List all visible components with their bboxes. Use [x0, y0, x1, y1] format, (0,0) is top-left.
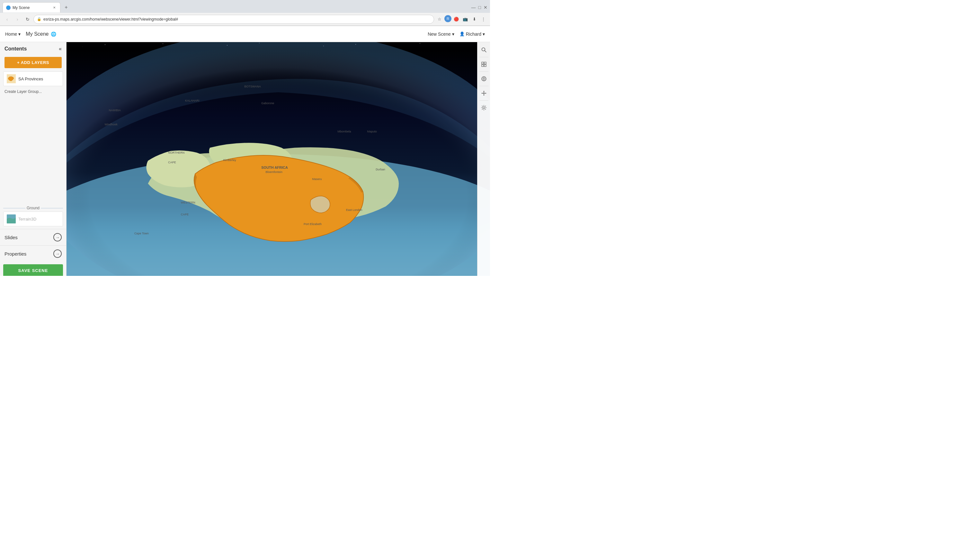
map-scene: NAMIBIA BOTSWANA Windhoek Gaborone KALAH… — [67, 42, 490, 276]
map-area[interactable]: NAMIBIA BOTSWANA Windhoek Gaborone KALAH… — [67, 42, 490, 276]
add-layers-button[interactable]: + ADD LAYERS — [5, 57, 62, 68]
user-dropdown-icon: ▾ — [483, 32, 485, 37]
properties-title: Properties — [5, 251, 26, 257]
scene-globe-icon: 🌐 — [51, 32, 56, 37]
app-header-left: Home ▾ My Scene 🌐 — [5, 31, 56, 37]
app-header-right: New Scene ▾ 👤 Richard ▾ — [428, 32, 485, 37]
terrain-name: Terrain3D — [18, 217, 36, 222]
extension-icon-3[interactable]: ⬇ — [470, 15, 479, 24]
user-menu-button[interactable]: 👤 Richard ▾ — [460, 32, 485, 37]
ground-line-right — [41, 208, 63, 208]
extension-icon-1[interactable]: 🔴 — [452, 15, 460, 24]
forward-button[interactable]: › — [13, 15, 22, 24]
search-toolbar-button[interactable] — [478, 44, 490, 56]
bookmark-icon[interactable]: ☆ — [435, 15, 444, 24]
home-label: Home — [5, 32, 17, 37]
right-toolbar — [477, 42, 490, 276]
home-dropdown-icon: ▾ — [18, 32, 21, 37]
browser-profile-icon[interactable]: R — [444, 15, 452, 22]
ground-label: Ground — [27, 206, 40, 210]
extension-icon-2[interactable]: 📺 — [461, 15, 469, 24]
scene-title: My Scene 🌐 — [26, 31, 56, 37]
navigate-toolbar-button[interactable] — [478, 88, 490, 99]
svg-rect-25 — [482, 62, 484, 64]
svg-rect-27 — [482, 65, 484, 67]
navigation-bar: ‹ › ↻ 🔒 esriza-ps.maps.arcgis.com/home/w… — [0, 13, 490, 26]
svg-point-22 — [67, 42, 490, 276]
menu-button[interactable]: ⋮ — [479, 15, 487, 24]
toolbar-divider-1 — [479, 57, 488, 57]
create-layer-group-link[interactable]: Create Layer Group... — [0, 88, 66, 96]
scene-title-text: My Scene — [26, 31, 49, 37]
tab-title: My Scene — [13, 5, 30, 10]
layers-toolbar-button[interactable] — [478, 59, 490, 70]
svg-marker-35 — [483, 95, 484, 96]
slides-arrow-icon: → — [56, 235, 60, 240]
terrain-thumbnail — [7, 214, 16, 223]
svg-rect-26 — [484, 62, 486, 64]
new-scene-dropdown-icon: ▾ — [452, 32, 454, 37]
slides-expand-button[interactable]: → — [53, 233, 62, 241]
save-scene-button[interactable]: SAVE SCENE — [3, 264, 63, 276]
user-name: Richard — [466, 32, 481, 37]
left-panel: Contents « + ADD LAYERS SA Provinces Cre… — [0, 42, 67, 276]
home-link[interactable]: Home ▾ — [5, 32, 21, 37]
tab-close-button[interactable]: ✕ — [52, 5, 57, 10]
browser-actions: ☆ R 🔴 📺 ⬇ ⋮ — [435, 15, 487, 24]
slides-section[interactable]: Slides → — [0, 229, 66, 245]
back-button[interactable]: ‹ — [3, 15, 11, 24]
close-window-button[interactable]: ✕ — [484, 5, 487, 10]
new-scene-button[interactable]: New Scene ▾ — [428, 32, 454, 37]
slides-title: Slides — [5, 235, 18, 240]
toolbar-divider-4 — [479, 100, 488, 101]
layer-thumbnail — [7, 74, 16, 83]
basemap-toolbar-button[interactable] — [478, 73, 490, 85]
properties-arrow-icon: → — [56, 251, 60, 256]
svg-marker-34 — [483, 91, 484, 92]
tab-favicon: 🌐 — [6, 5, 11, 10]
svg-rect-28 — [484, 65, 486, 67]
user-avatar-icon: 👤 — [460, 32, 465, 36]
url-text: esriza-ps.maps.arcgis.com/home/webscene/… — [43, 17, 178, 22]
collapse-button[interactable]: « — [59, 46, 62, 52]
panel-header: Contents « — [0, 42, 66, 56]
svg-point-38 — [483, 107, 485, 108]
svg-line-24 — [485, 51, 486, 53]
maximize-button[interactable]: □ — [479, 5, 481, 10]
terrain-layer-item[interactable]: Terrain3D — [3, 212, 63, 227]
new-tab-button[interactable]: + — [62, 3, 71, 12]
ground-divider: Ground — [3, 206, 63, 210]
new-scene-label: New Scene — [428, 32, 451, 37]
active-tab[interactable]: 🌐 My Scene ✕ — [3, 2, 60, 13]
settings-toolbar-button[interactable] — [478, 102, 490, 113]
toolbar-divider-2 — [479, 71, 488, 72]
toolbar-divider-3 — [479, 86, 488, 86]
contents-title: Contents — [5, 46, 27, 52]
address-bar[interactable]: 🔒 esriza-ps.maps.arcgis.com/home/webscen… — [33, 15, 434, 24]
browser-chrome: 🌐 My Scene ✕ + — □ ✕ ‹ › ↻ 🔒 esriza-ps.m… — [0, 0, 490, 26]
app-header: Home ▾ My Scene 🌐 New Scene ▾ 👤 Richard … — [0, 26, 490, 42]
sa-provinces-layer-item[interactable]: SA Provinces — [3, 71, 63, 86]
layer-name: SA Provinces — [18, 77, 43, 81]
ground-line-left — [3, 208, 25, 208]
minimize-button[interactable]: — — [471, 5, 476, 10]
refresh-button[interactable]: ↻ — [23, 15, 32, 24]
svg-marker-37 — [485, 93, 487, 94]
lock-icon: 🔒 — [37, 17, 41, 21]
properties-expand-button[interactable]: → — [53, 249, 62, 258]
properties-section[interactable]: Properties → — [0, 245, 66, 262]
tab-bar: 🌐 My Scene ✕ + — □ ✕ — [0, 0, 490, 13]
main-layout: Contents « + ADD LAYERS SA Provinces Cre… — [0, 42, 490, 276]
svg-marker-36 — [481, 93, 482, 94]
